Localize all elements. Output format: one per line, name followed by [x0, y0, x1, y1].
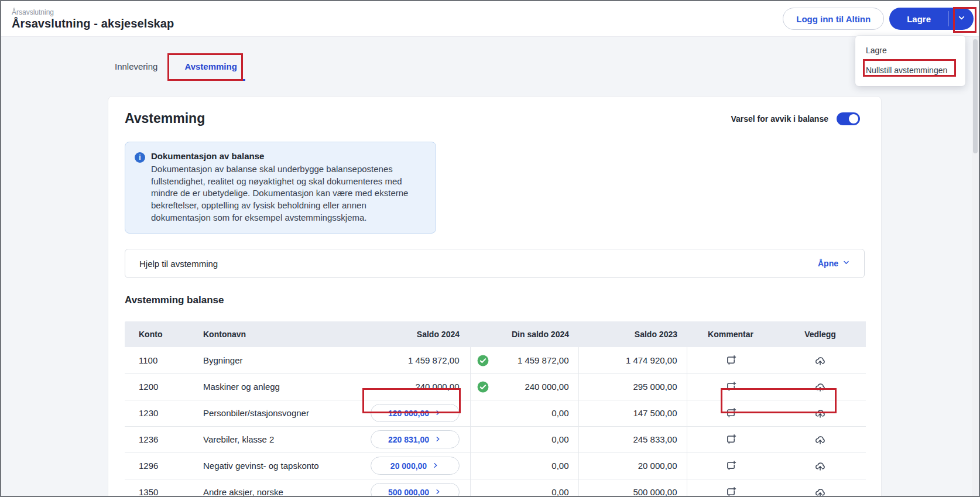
chevron-down-icon [842, 259, 850, 268]
app-header: Årsavslutning Årsavslutning - aksjeselsk… [1, 1, 979, 37]
table-row-1100: 1100 Bygninger 1 459 872,00 1 459 872,00… [125, 347, 866, 373]
din-saldo-2024-cell: 240 000,00 [470, 373, 578, 400]
add-comment-icon[interactable] [724, 354, 738, 367]
kontonavn-cell: Negativ gevinst- og tapskonto [195, 453, 333, 479]
upload-attachment-icon[interactable] [813, 406, 827, 420]
vedlegg-cell [775, 347, 866, 373]
upload-attachment-icon[interactable] [813, 459, 827, 473]
chevron-down-icon [957, 13, 966, 24]
column-header-kommentar: Kommentar [687, 321, 775, 347]
vedlegg-cell [775, 400, 866, 426]
info-icon: i [135, 152, 145, 163]
upload-attachment-icon[interactable] [813, 380, 827, 394]
column-header-konto: Konto [125, 321, 195, 347]
saldo-2024-drilldown-button[interactable]: 120 000,00 [371, 404, 460, 422]
menu-item-nullstill-avstemmingen[interactable]: Nullstill avstemmingen [855, 60, 965, 80]
help-accordion-label: Hjelp til avstemming [139, 259, 218, 269]
kontonavn-cell: Bygninger [195, 347, 333, 373]
konto-cell: 1236 [125, 426, 195, 453]
chevron-right-icon [434, 435, 441, 444]
info-box: i Dokumentasjon av balanse Dokumentasjon… [125, 142, 436, 234]
panel-title: Avstemming [125, 111, 205, 126]
info-body: Dokumentasjon av balanse skal underbygge… [151, 163, 424, 224]
table-title: Avstemming balanse [125, 294, 865, 306]
saldo-2023-cell: 147 500,00 [578, 400, 687, 426]
add-comment-icon[interactable] [724, 406, 738, 420]
kontonavn-cell: Personbiler/stasjonsvogner [195, 400, 333, 426]
upload-attachment-icon[interactable] [813, 485, 827, 497]
help-accordion-open-button[interactable]: Åpne [818, 259, 850, 268]
screenshot-root: { "header": { "breadcrumb": "Årsavslutni… [0, 0, 980, 497]
din-saldo-value: 240 000,00 [525, 382, 568, 392]
info-title: Dokumentasjon av balanse [151, 151, 424, 161]
upload-attachment-icon[interactable] [813, 354, 827, 368]
pill-value: 120 000,00 [388, 409, 429, 418]
table-row-1200: 1200 Maskiner og anlegg 240 000,00 240 0… [125, 373, 866, 400]
save-split-button: Lagre [889, 8, 974, 30]
table-row-1296: 1296 Negativ gevinst- og tapskonto 20 00… [125, 453, 866, 479]
column-header-din-saldo-2024: Din saldo 2024 [470, 321, 578, 347]
info-content: Dokumentasjon av balanse Dokumentasjon a… [151, 151, 424, 224]
kontonavn-cell: Varebiler, klasse 2 [195, 426, 333, 453]
help-accordion: Hjelp til avstemming Åpne [125, 249, 865, 278]
column-header-vedlegg: Vedlegg [775, 321, 866, 347]
kommentar-cell [687, 453, 775, 479]
chevron-right-icon [434, 488, 441, 497]
saldo-2024-cell: 1 459 872,00 [333, 347, 470, 373]
column-header-saldo-2023: Saldo 2023 [578, 321, 687, 347]
add-comment-icon[interactable] [724, 459, 738, 472]
matched-check-icon [477, 354, 489, 367]
saldo-2023-cell: 20 000,00 [578, 453, 687, 479]
kontonavn-cell: Maskiner og anlegg [195, 373, 333, 400]
saldo-2024-cell: 20 000,00 [333, 453, 470, 479]
add-comment-icon[interactable] [724, 380, 738, 393]
din-saldo-value: 1 459 872,00 [518, 355, 569, 365]
konto-cell: 1100 [125, 347, 195, 373]
saldo-2024-drilldown-button[interactable]: 500 000,00 [371, 483, 460, 497]
saldo-2023-cell: 245 833,00 [578, 426, 687, 453]
breadcrumb: Årsavslutning [12, 8, 174, 16]
kommentar-cell [687, 347, 775, 373]
table-row-1350: 1350 Andre aksjer, norske 500 000,00 0,0… [125, 479, 866, 497]
saldo-2024-drilldown-button[interactable]: 220 831,00 [371, 430, 460, 448]
header-actions: Logg inn til Altinn Lagre [783, 8, 974, 30]
pill-value: 500 000,00 [388, 488, 429, 497]
upload-attachment-icon[interactable] [813, 433, 827, 447]
add-comment-icon[interactable] [724, 485, 738, 497]
tab-avstemming[interactable]: Avstemming [176, 54, 245, 81]
saldo-2024-cell: 120 000,00 [333, 400, 470, 426]
saldo-2023-cell: 295 000,00 [578, 373, 687, 400]
saldo-2024-cell: 500 000,00 [333, 479, 470, 497]
konto-cell: 1230 [125, 400, 195, 426]
save-dropdown-menu: Lagre Nullstill avstemmingen [855, 36, 965, 86]
matched-check-icon [477, 381, 489, 393]
din-saldo-2024-cell: 0,00 [470, 479, 578, 497]
balance-table: Konto Kontonavn Saldo 2024 Din saldo 202… [125, 321, 866, 497]
balance-warning-toggle[interactable] [837, 112, 860, 125]
tab-bar: Innlevering Avstemming [107, 54, 245, 81]
page-title: Årsavslutning - aksjeselskap [12, 17, 174, 30]
din-saldo-2024-cell: 0,00 [470, 400, 578, 426]
table-row-1230: 1230 Personbiler/stasjonsvogner 120 000,… [125, 400, 866, 426]
saldo-2023-cell: 1 474 920,00 [578, 347, 687, 373]
saldo-2024-drilldown-button[interactable]: 20 000,00 [371, 457, 460, 475]
table-header: Konto Kontonavn Saldo 2024 Din saldo 202… [125, 321, 866, 347]
vedlegg-cell [775, 479, 866, 497]
login-altinn-button[interactable]: Logg inn til Altinn [783, 8, 884, 30]
kommentar-cell [687, 400, 775, 426]
menu-item-lagre[interactable]: Lagre [855, 40, 965, 60]
din-saldo-2024-cell: 1 459 872,00 [470, 347, 578, 373]
konto-cell: 1350 [125, 479, 195, 497]
save-button[interactable]: Lagre [889, 8, 948, 30]
tab-innlevering[interactable]: Innlevering [107, 54, 166, 81]
pill-value: 20 000,00 [390, 461, 427, 471]
pill-value: 220 831,00 [388, 435, 429, 444]
column-header-saldo-2024: Saldo 2024 [333, 321, 470, 347]
kontonavn-cell: Andre aksjer, norske [195, 479, 333, 497]
scrollbar-thumb[interactable] [973, 39, 978, 153]
add-comment-icon[interactable] [724, 433, 738, 446]
save-dropdown-toggle[interactable] [949, 8, 974, 30]
vertical-scrollbar[interactable] [972, 37, 979, 496]
chevron-right-icon [434, 409, 441, 418]
help-open-label: Åpne [818, 259, 838, 268]
